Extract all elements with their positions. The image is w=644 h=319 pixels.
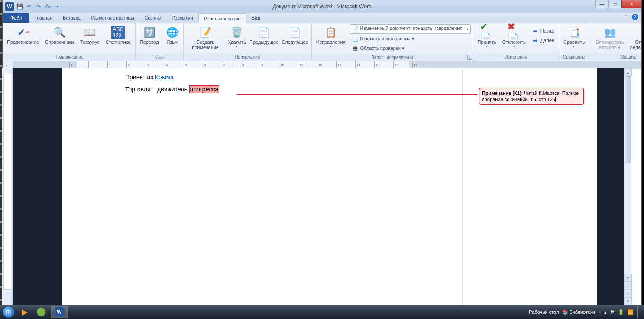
display-mode-icon: 📄 (352, 26, 359, 33)
fontcolor-icon[interactable]: A▾ (44, 3, 52, 10)
help-icon[interactable]: ? (632, 14, 638, 20)
maximize-button[interactable]: ▭ (608, 0, 621, 8)
tab-file[interactable]: Файл (3, 13, 29, 23)
tray-chevron-icon[interactable]: ▴ (604, 309, 607, 315)
research-icon: 🔍 (52, 26, 66, 39)
redo-icon[interactable]: ↷ (35, 3, 42, 10)
block-authors-button: 👥Блокировать авторов ▾ (592, 24, 628, 51)
commented-text[interactable]: прогресса (189, 85, 220, 93)
tab-layout[interactable]: Разметка страницы (86, 13, 139, 23)
next-page-button[interactable]: ▼ (624, 297, 632, 305)
libraries-icon[interactable]: 📚Библиотеки (562, 309, 595, 315)
tab-review[interactable]: Рецензирование (198, 13, 246, 23)
horizontal-ruler[interactable]: 11234567891011121314151617 (13, 61, 641, 69)
taskbar-mediaplayer[interactable]: ▶ (18, 306, 31, 318)
language-button[interactable]: 🌐Язык▾ (163, 24, 181, 49)
tray-volume-icon[interactable]: 📶 (628, 309, 634, 315)
group-language: 🈂️Перевод▾ 🌐Язык▾ Язык (136, 23, 184, 61)
save-icon[interactable]: 💾 (16, 3, 23, 10)
research-button[interactable]: 🔍Справочники (43, 24, 76, 46)
back-arrow-icon: ⬅ (532, 27, 539, 34)
document-canvas[interactable]: Привет из Крыма Торговля – движитель про… (13, 68, 631, 305)
prev-comment-button[interactable]: 📄Предыдущее (249, 24, 279, 46)
thesaurus-icon: 📖 (83, 26, 97, 39)
restrict-icon: 🔒 (641, 26, 642, 39)
wordcount-icon: ABC123 (111, 26, 125, 39)
group-label-tracking: Запись исправлений↘ (312, 54, 473, 61)
window-controls: — ▭ ✕ (595, 0, 641, 8)
document-page[interactable]: Привет из Крыма Торговля – движитель про… (62, 68, 597, 305)
next-comment-button[interactable]: 📄Следующее (281, 24, 309, 46)
tab-mailings[interactable]: Рассылки (166, 13, 198, 23)
quick-access-toolbar: W 💾 ↶ ↷ A▾ ▾ (3, 2, 61, 11)
next-change-button[interactable]: ➡Далее (530, 36, 557, 45)
group-label-comments: Примечания (184, 54, 311, 61)
reviewing-pane-button[interactable]: ▦Область проверки ▾ (350, 43, 471, 53)
ribbon-tabs: Файл Главная Вставка Разметка страницы С… (3, 13, 641, 23)
group-comments: 📝Создать примечание 🗑️Удалить▾ 📄Предыдущ… (184, 23, 312, 61)
show-desktop-button[interactable] (637, 306, 641, 318)
tracking-dialog-launcher[interactable]: ↘ (467, 55, 472, 60)
margin-line (462, 68, 463, 305)
restrict-editing-button[interactable]: 🔒Ограничить редактирование (630, 24, 642, 51)
translate-button[interactable]: 🈂️Перевод▾ (138, 24, 161, 49)
previous-change-button[interactable]: ⬅Назад (530, 26, 557, 36)
delete-comment-button[interactable]: 🗑️Удалить▾ (227, 24, 247, 49)
group-label-compare: Сравнение (559, 54, 589, 61)
start-button[interactable]: ⊞ (0, 305, 17, 319)
word-logo-icon[interactable]: W (5, 2, 14, 11)
windows-logo-icon: ⊞ (3, 306, 15, 318)
group-label-language: Язык (136, 54, 183, 61)
forward-arrow-icon: ➡ (532, 37, 539, 44)
accept-button[interactable]: ✔📄Принять▾ (476, 24, 498, 49)
comment-label: Примечание [К1]: (482, 91, 524, 96)
tray-battery-icon[interactable]: 🔋 (618, 309, 624, 315)
document-area: Привет из Крыма Торговля – движитель про… (2, 68, 631, 305)
text-line-1[interactable]: Привет из Крыма (125, 74, 221, 81)
wordcount-button[interactable]: ABC123Статистика (104, 24, 133, 46)
horizontal-ruler-area: ⌐ 11234567891011121314151617 (3, 61, 641, 69)
spellcheck-button[interactable]: ✔ᴬᴮПравописание (5, 24, 41, 46)
reject-icon: ✖📄 (507, 26, 521, 39)
minimize-ribbon-icon[interactable]: ⌃ (622, 14, 629, 21)
scroll-thumb[interactable] (625, 76, 631, 163)
tab-view[interactable]: Вид (246, 13, 265, 23)
thesaurus-button[interactable]: 📖Тезаурус (78, 24, 102, 46)
browse-object-button[interactable]: ○ (624, 290, 632, 297)
undo-icon[interactable]: ↶ (25, 3, 33, 10)
prev-comment-icon: 📄 (257, 26, 271, 39)
browse-divider: — (624, 282, 632, 290)
delete-comment-icon: 🗑️ (230, 26, 244, 39)
scroll-down-button[interactable]: ▼ (624, 274, 632, 282)
group-label-changes: Изменения (473, 54, 559, 61)
desktop-toolbar-label[interactable]: Рабочий стол (529, 309, 559, 315)
show-markup-button[interactable]: 📃Показать исправления ▾ (350, 34, 471, 43)
group-label-protect: Защита (589, 54, 642, 61)
ruler-corner[interactable]: ⌐ (3, 61, 13, 69)
vertical-scrollbar[interactable]: ▲ ▼ — ▲ ○ ▼ (624, 68, 631, 305)
comment-balloon[interactable]: Примечание [К1]: Читай К.Маркса, Полное … (479, 88, 584, 105)
tray-flag-icon[interactable]: ⚑ (610, 309, 615, 315)
taskbar-chrome[interactable]: 🟢 (33, 306, 49, 318)
compare-button[interactable]: 📑Сравнить▾ (561, 24, 587, 49)
tab-home[interactable]: Главная (29, 13, 58, 23)
display-mode-dropdown[interactable]: 📄Измененный документ: показать исправлен… (350, 24, 471, 34)
track-changes-button[interactable]: 📋Исправления▾ (314, 24, 348, 49)
taskbar-word[interactable]: W (51, 306, 68, 318)
tab-insert[interactable]: Вставка (58, 13, 86, 23)
tab-references[interactable]: Ссылки (139, 13, 167, 23)
scroll-up-button[interactable]: ▲ (624, 68, 632, 76)
text-line-2[interactable]: Торговля – движитель прогресса! (125, 86, 221, 93)
close-button[interactable]: ✕ (621, 0, 641, 8)
hyperlink-krym[interactable]: Крыма (155, 74, 174, 81)
new-comment-button[interactable]: 📝Создать примечание (186, 24, 225, 51)
document-content[interactable]: Привет из Крыма Торговля – движитель про… (125, 74, 221, 98)
reject-button[interactable]: ✖📄Отклонить▾ (500, 24, 528, 49)
tray-expand-icon[interactable]: » (599, 310, 601, 314)
group-label-spelling: Правописание (3, 54, 135, 61)
vertical-ruler[interactable] (2, 68, 13, 305)
qat-dropdown-icon[interactable]: ▾ (54, 3, 61, 10)
group-protect: 👥Блокировать авторов ▾ 🔒Ограничить редак… (589, 23, 642, 61)
comment-misspelled[interactable]: К.Маркса (539, 91, 560, 96)
minimize-button[interactable]: — (595, 0, 608, 8)
